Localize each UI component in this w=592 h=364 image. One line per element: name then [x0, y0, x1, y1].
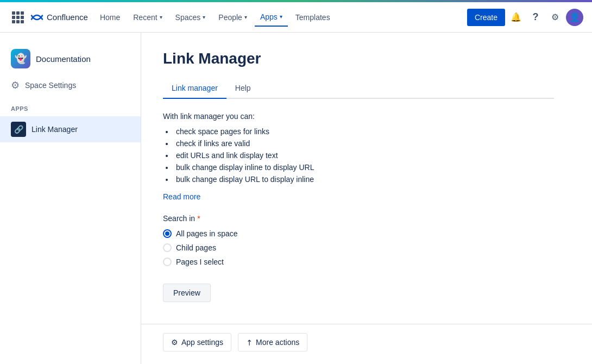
radio-circle: [163, 229, 172, 238]
chevron-down-icon: ▾: [160, 14, 162, 20]
tab-link-manager[interactable]: Link manager: [163, 78, 226, 99]
radio-group: All pages in space Child pages Pages I s…: [163, 229, 554, 266]
link-manager-label: Link Manager: [32, 125, 78, 134]
nav-home[interactable]: Home: [95, 9, 125, 26]
gear-icon: ⚙: [11, 79, 20, 91]
main-content: Link Manager Link manager Help With link…: [141, 33, 592, 364]
ghost-icon: 👻: [15, 53, 27, 65]
nav-apps[interactable]: Apps ▾: [255, 8, 288, 27]
tab-bar: Link manager Help: [163, 78, 554, 99]
grid-icon: [12, 11, 23, 23]
radio-all-pages[interactable]: All pages in space: [163, 229, 554, 238]
arrow-icon: ↗: [244, 337, 255, 348]
bottom-bar: ⚙ App settings ↗ More actions: [141, 324, 592, 360]
help-button[interactable]: ?: [527, 9, 544, 26]
list-item: bulk change display URL to display inlin…: [174, 175, 554, 184]
read-more-link[interactable]: Read more: [163, 192, 200, 201]
app-settings-button[interactable]: ⚙ App settings: [163, 333, 231, 352]
logo-text: Confluence: [47, 12, 88, 22]
required-indicator: *: [197, 214, 200, 223]
chevron-down-icon: ▾: [203, 14, 205, 20]
grid-menu-button[interactable]: [9, 9, 26, 26]
documentation-icon: 👻: [11, 49, 30, 68]
radio-circle: [163, 243, 172, 252]
sidebar: 👻 Documentation ⚙ Space Settings APPS 🔗 …: [0, 33, 141, 364]
nav-recent[interactable]: Recent ▾: [128, 9, 167, 26]
chevron-down-icon: ▾: [244, 14, 247, 20]
main-layout: 👻 Documentation ⚙ Space Settings APPS 🔗 …: [0, 33, 592, 364]
description-text: With link manager you can:: [163, 112, 554, 121]
settings-button[interactable]: ⚙: [546, 9, 564, 26]
create-button[interactable]: Create: [467, 9, 505, 26]
gear-icon: ⚙: [551, 12, 559, 22]
list-item: edit URLs and link display text: [174, 151, 554, 160]
sidebar-space-settings[interactable]: ⚙ Space Settings: [0, 74, 141, 97]
gear-icon: ⚙: [171, 338, 178, 347]
radio-child-pages[interactable]: Child pages: [163, 243, 554, 252]
list-item: check space pages for links: [174, 127, 554, 136]
content-inner: Link Manager Link manager Help With link…: [141, 33, 576, 324]
list-item: check if links are valid: [174, 139, 554, 148]
chevron-down-icon: ▾: [280, 14, 282, 20]
documentation-label: Documentation: [36, 54, 91, 64]
sidebar-link-manager[interactable]: 🔗 Link Manager: [0, 116, 141, 142]
search-in-section: Search in *: [163, 214, 554, 223]
apps-section-header: APPS: [0, 97, 141, 116]
user-avatar[interactable]: 👤: [566, 9, 583, 26]
feature-list: check space pages for links check if lin…: [163, 127, 554, 184]
notifications-button[interactable]: 🔔: [507, 9, 525, 26]
list-item: bulk change display inline to display UR…: [174, 163, 554, 172]
page-title: Link Manager: [163, 50, 554, 67]
tab-help[interactable]: Help: [226, 78, 260, 99]
space-settings-label: Space Settings: [25, 81, 76, 90]
confluence-icon: [30, 11, 43, 24]
avatar-icon: 👤: [569, 12, 580, 22]
nav-people[interactable]: People ▾: [213, 9, 253, 26]
preview-button[interactable]: Preview: [163, 284, 211, 302]
radio-pages-i-select[interactable]: Pages I select: [163, 258, 554, 266]
top-navigation: Confluence Home Recent ▾ Spaces ▾ People…: [0, 2, 592, 33]
bell-icon: 🔔: [511, 12, 521, 22]
nav-spaces[interactable]: Spaces ▾: [170, 9, 211, 26]
help-icon: ?: [533, 11, 539, 23]
nav-templates[interactable]: Templates: [290, 9, 336, 26]
link-manager-icon: 🔗: [11, 122, 26, 137]
more-actions-button[interactable]: ↗ More actions: [238, 333, 307, 352]
confluence-logo[interactable]: Confluence: [30, 11, 88, 24]
radio-circle: [163, 258, 172, 266]
sidebar-documentation[interactable]: 👻 Documentation: [0, 43, 141, 74]
